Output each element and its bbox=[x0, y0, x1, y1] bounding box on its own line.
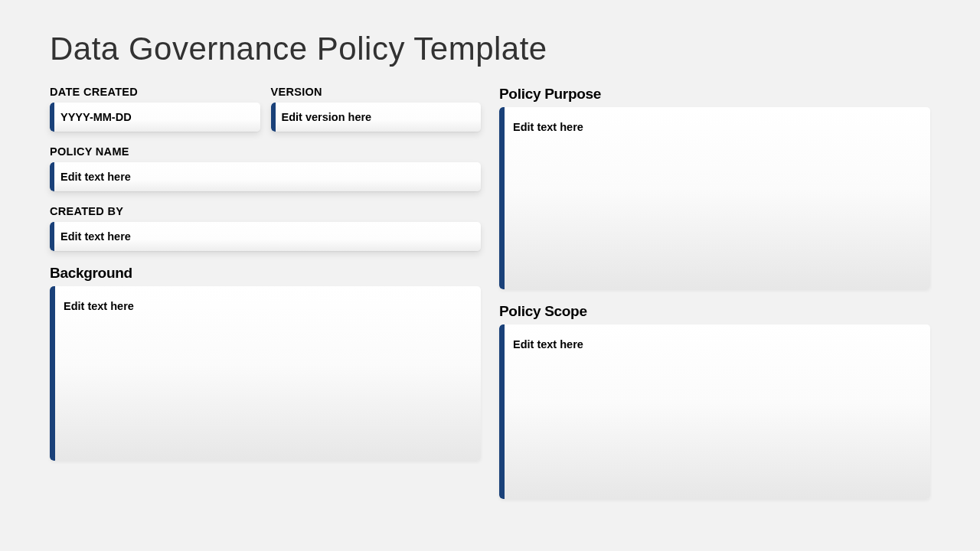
input-created-by[interactable]: Edit text here bbox=[50, 222, 481, 251]
row-date-version: DATE CREATED YYYY-MM-DD VERSION Edit ver… bbox=[50, 86, 481, 145]
section-policy-scope: Policy Scope Edit text here bbox=[499, 303, 930, 499]
textarea-policy-scope[interactable]: Edit text here bbox=[499, 324, 930, 499]
textarea-background[interactable]: Edit text here bbox=[50, 286, 481, 461]
heading-policy-purpose: Policy Purpose bbox=[499, 86, 930, 103]
input-policy-name[interactable]: Edit text here bbox=[50, 162, 481, 191]
label-created-by: CREATED BY bbox=[50, 205, 481, 217]
heading-background: Background bbox=[50, 265, 481, 282]
field-created-by: CREATED BY Edit text here bbox=[50, 205, 481, 251]
left-column: DATE CREATED YYYY-MM-DD VERSION Edit ver… bbox=[50, 86, 481, 499]
right-column: Policy Purpose Edit text here Policy Sco… bbox=[499, 86, 930, 499]
label-date-created: DATE CREATED bbox=[50, 86, 260, 98]
heading-policy-scope: Policy Scope bbox=[499, 303, 930, 320]
content-columns: DATE CREATED YYYY-MM-DD VERSION Edit ver… bbox=[50, 86, 930, 499]
field-version: VERSION Edit version here bbox=[271, 86, 482, 132]
section-background: Background Edit text here bbox=[50, 265, 481, 461]
label-version: VERSION bbox=[271, 86, 482, 98]
field-policy-name: POLICY NAME Edit text here bbox=[50, 145, 481, 191]
field-date-created: DATE CREATED YYYY-MM-DD bbox=[50, 86, 260, 132]
input-date-created[interactable]: YYYY-MM-DD bbox=[50, 103, 260, 132]
label-policy-name: POLICY NAME bbox=[50, 145, 481, 158]
textarea-policy-purpose[interactable]: Edit text here bbox=[499, 107, 930, 289]
input-version[interactable]: Edit version here bbox=[271, 103, 482, 132]
section-policy-purpose: Policy Purpose Edit text here bbox=[499, 86, 930, 289]
page-title: Data Governance Policy Template bbox=[50, 31, 930, 67]
